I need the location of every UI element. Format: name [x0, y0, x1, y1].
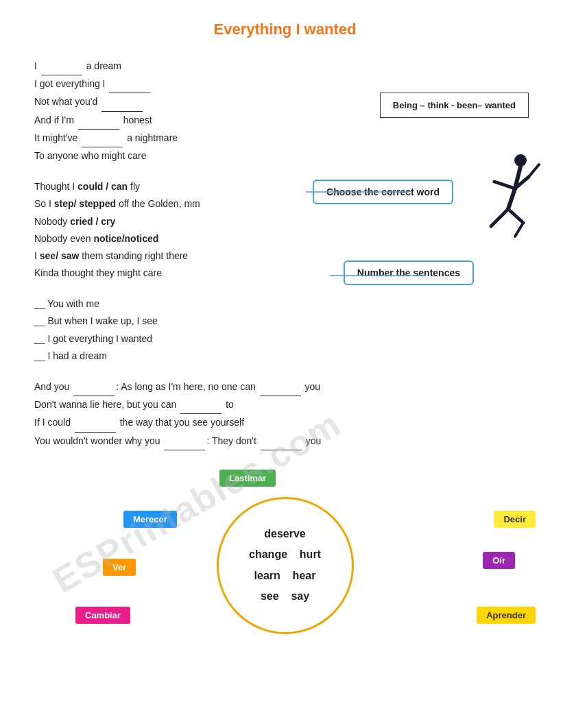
number-line-3: __ I got everything I wanted: [34, 330, 536, 348]
tag-decir: Decir: [494, 511, 536, 528]
line-5: It might've a nightmare: [34, 130, 536, 147]
line-could-can: Thought I could / can fly: [34, 178, 536, 195]
page-title: Everything I wanted: [34, 21, 536, 38]
blank-5: [82, 130, 123, 147]
connector-line-2: [330, 267, 481, 284]
vocab-circle-wrapper: deserve change hurt learn hear see say: [217, 497, 354, 634]
blank-10: [164, 433, 205, 450]
number-line-4: __ I had a dream: [34, 348, 536, 365]
blank-3: [101, 93, 143, 111]
vocab-word-see-say: see say: [261, 586, 309, 607]
tag-cambiar: Cambiar: [75, 607, 130, 624]
svg-line-5: [529, 165, 539, 177]
dancer-silhouette: [474, 151, 542, 240]
blank-8: [180, 396, 221, 414]
line-step-stepped: So I step/ stepped off the Golden, mm: [34, 195, 536, 213]
vocab-word-learn-hear: learn hear: [254, 566, 316, 586]
more-line-2: Don't wanna lie here, but you can to: [34, 396, 536, 414]
more-line-4: You wouldn't wonder why you : They don't…: [34, 433, 536, 450]
line-2: I got everything I: [34, 75, 536, 93]
tag-merecer: Merecer: [123, 511, 177, 528]
line-cried-cry: Nobody cried / cry: [34, 213, 536, 230]
blank-2: [109, 75, 150, 93]
blank-9: [75, 414, 116, 432]
bold-notice-noticed: notice/noticed: [93, 233, 158, 244]
tag-lastimar: Lastimar: [219, 470, 276, 487]
more-line-1: And you : As long as I'm here, no one ca…: [34, 378, 536, 396]
section-number-sentences: __ You with me __ But when I wake up, I …: [34, 295, 536, 365]
more-line-3: If I could the way that you see yourself: [34, 414, 536, 432]
svg-line-7: [491, 209, 508, 226]
tag-aprender: Aprender: [477, 607, 536, 624]
line-notice-noticed: Nobody even notice/noticed: [34, 230, 536, 247]
vocab-section: Lastimar Merecer Decir Ver Oír Cambiar A…: [34, 470, 536, 655]
blank-4: [78, 112, 119, 130]
vocab-word-deserve: deserve: [264, 524, 306, 544]
blank-7: [260, 378, 301, 396]
word-box: Being – think - been– wanted: [380, 93, 529, 118]
vocab-word-change-hurt: change hurt: [249, 544, 321, 565]
svg-line-8: [508, 209, 523, 223]
page: Everything I wanted I a dream I got ever…: [0, 0, 563, 728]
bold-see-saw: see/ saw: [40, 250, 80, 261]
section-more-blanks: And you : As long as I'm here, no one ca…: [34, 378, 536, 450]
bold-could-can: could / can: [77, 181, 128, 192]
tag-ver: Ver: [103, 559, 136, 576]
bold-cried-cry: cried / cry: [70, 216, 115, 227]
connector-line-1: [306, 182, 457, 202]
svg-line-6: [508, 189, 515, 209]
number-line-2: __ But when I wake up, I see: [34, 313, 536, 330]
vocab-circle: deserve change hurt learn hear see say: [217, 497, 354, 634]
blank-11: [261, 433, 302, 450]
number-line-1: __ You with me: [34, 295, 536, 313]
blank-6: [73, 378, 115, 396]
tag-oir: Oír: [483, 552, 515, 569]
bold-step-stepped: step/ stepped: [54, 198, 116, 209]
svg-line-9: [515, 223, 523, 236]
svg-line-3: [494, 182, 515, 189]
line-6: To anyone who might care: [34, 147, 536, 165]
blank-1: [41, 58, 82, 75]
line-1: I a dream: [34, 58, 536, 75]
